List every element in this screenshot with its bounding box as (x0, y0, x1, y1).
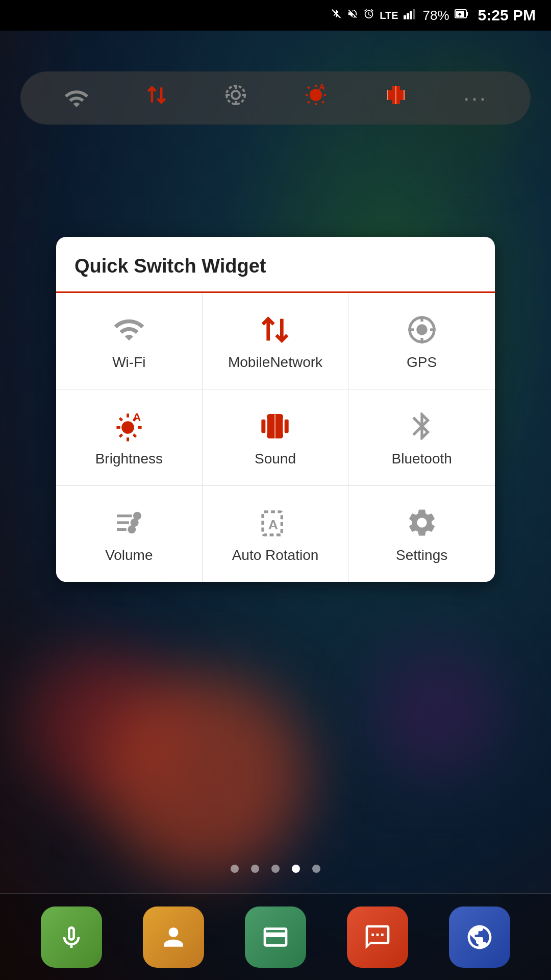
widget-item-mobile-network[interactable]: MobileNetwork (203, 293, 349, 389)
wifi-icon (113, 313, 145, 346)
mobile-network-label: MobileNetwork (228, 354, 322, 371)
svg-rect-4 (413, 9, 415, 19)
svg-text:A: A (133, 411, 141, 424)
widget-item-wifi[interactable]: Wi-Fi (56, 293, 203, 389)
widget-item-volume[interactable]: Volume (56, 486, 203, 582)
quick-switch-widget: Quick Switch Widget Wi-Fi MobileNetwork (56, 237, 495, 582)
page-dot-3[interactable] (271, 865, 280, 873)
page-dot-5[interactable] (312, 865, 320, 873)
widget-item-brightness[interactable]: A Brightness (56, 389, 203, 486)
sound-label: Sound (255, 451, 296, 467)
wifi-label: Wi-Fi (112, 354, 145, 371)
svg-point-54 (128, 525, 136, 533)
widget-bar-brightness-icon[interactable]: A (304, 83, 328, 113)
volume-icon (113, 506, 145, 539)
bokeh-2 (102, 674, 306, 878)
battery-percent: 78% (423, 8, 449, 23)
page-dot-2[interactable] (251, 865, 259, 873)
page-dot-4[interactable] (292, 865, 300, 873)
svg-rect-1 (404, 15, 406, 19)
status-time: 5:25 PM (478, 7, 536, 24)
gps-label: GPS (407, 354, 437, 371)
bluetooth-icon (406, 410, 438, 443)
lte-icon: LTE (380, 10, 398, 21)
mobile-network-icon (259, 313, 291, 346)
widget-bar-gps-icon[interactable] (223, 83, 248, 113)
widget-item-bluetooth[interactable]: Bluetooth (348, 389, 495, 486)
svg-rect-2 (407, 13, 409, 19)
widget-item-settings[interactable]: Settings (348, 486, 495, 582)
svg-rect-3 (410, 11, 412, 19)
widget-grid: Wi-Fi MobileNetwork GPS (56, 293, 495, 582)
widget-item-sound[interactable]: Sound (203, 389, 349, 486)
gps-icon (406, 313, 438, 346)
svg-rect-43 (285, 420, 289, 433)
svg-point-26 (416, 324, 427, 335)
widget-item-gps[interactable]: GPS (348, 293, 495, 389)
widget-bar-more-icon[interactable]: ··· (464, 86, 488, 110)
dock-wallet-icon[interactable] (245, 906, 306, 968)
widget-bar-sound-icon[interactable] (384, 83, 408, 113)
svg-rect-6 (466, 12, 468, 16)
dock (0, 893, 551, 980)
widget-item-auto-rotation[interactable]: A Auto Rotation (203, 486, 349, 582)
dock-voice-icon[interactable] (41, 906, 102, 968)
svg-line-40 (119, 434, 122, 437)
sound-icon (259, 410, 291, 443)
brightness-label: Brightness (95, 451, 163, 467)
svg-line-37 (119, 418, 122, 421)
page-dot-1[interactable] (231, 865, 239, 873)
status-bar: LTE 78% 5:25 PM (0, 0, 551, 31)
brightness-icon: A (113, 410, 145, 443)
settings-label: Settings (396, 547, 447, 564)
auto-rotation-label: Auto Rotation (232, 547, 319, 564)
auto-rotation-icon: A (259, 506, 291, 539)
dock-messages-icon[interactable] (347, 906, 408, 968)
svg-text:A: A (319, 83, 325, 91)
bokeh-3 (372, 648, 500, 776)
svg-point-32 (121, 421, 134, 434)
page-dots (0, 865, 551, 873)
dock-contacts-icon[interactable] (143, 906, 204, 968)
battery-icon (455, 8, 469, 22)
top-widget-bar: A ··· (20, 71, 531, 125)
signal-icon (404, 8, 418, 22)
dock-browser-icon[interactable] (449, 906, 510, 968)
bluetooth-muted-icon (331, 8, 342, 22)
silent-icon (347, 8, 358, 22)
status-icons: LTE 78% 5:25 PM (331, 7, 536, 24)
widget-bar-wifi-icon[interactable] (63, 83, 90, 113)
bluetooth-label: Bluetooth (391, 451, 452, 467)
alarm-icon (363, 8, 374, 22)
widget-title: Quick Switch Widget (56, 237, 495, 293)
svg-point-10 (232, 91, 240, 99)
svg-text:A: A (268, 517, 278, 532)
volume-label: Volume (105, 547, 153, 564)
widget-bar-data-icon[interactable] (145, 82, 168, 114)
settings-icon (406, 506, 438, 539)
svg-line-38 (133, 434, 136, 437)
svg-rect-42 (262, 420, 266, 433)
svg-point-16 (311, 90, 321, 100)
